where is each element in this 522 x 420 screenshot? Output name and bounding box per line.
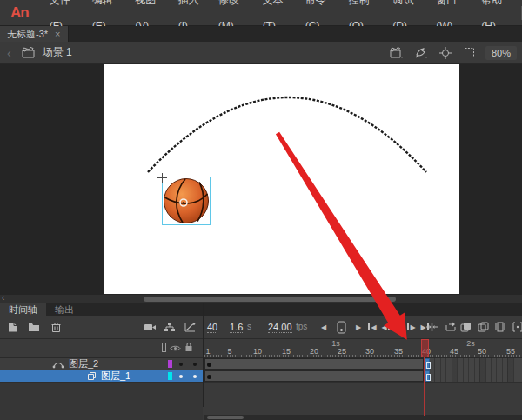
document-tab[interactable]: 无标题-3* ×	[0, 26, 69, 42]
shuttle-forward-button[interactable]: ▶	[353, 319, 364, 335]
loop-playback-button[interactable]	[443, 319, 458, 335]
clip-content-icon[interactable]	[461, 45, 478, 61]
lock-column-icon[interactable]	[184, 342, 193, 355]
scroll-left-icon[interactable]: ‹	[2, 293, 4, 303]
layer-list-empty-area	[0, 383, 203, 420]
motion-guide-layer-icon	[52, 360, 64, 369]
panel-tabbar: 时间轴 输出	[0, 303, 522, 316]
ruler-number: 25	[338, 347, 346, 356]
ruler-number: 50	[478, 347, 486, 356]
keyframe-dot	[207, 375, 211, 379]
modify-markers-button[interactable]	[510, 319, 522, 335]
edit-multiple-frames-button[interactable]	[492, 319, 508, 335]
frame-row-normal[interactable]	[204, 370, 522, 383]
ruler-number: 55	[506, 347, 515, 356]
stage-horizontal-scrollbar[interactable]: ‹	[0, 295, 522, 303]
timeline-ruler-row: 1s 2s 1 5 10 15 20 25 30 35 40 45 50 55	[0, 339, 522, 358]
tab-close-icon[interactable]: ×	[55, 29, 60, 39]
stage-canvas[interactable]	[104, 64, 459, 294]
layer-outline-color[interactable]	[168, 360, 172, 368]
stage-scrollbar-thumb[interactable]	[144, 297, 396, 302]
layer-name[interactable]: 图层_1	[101, 370, 130, 383]
current-frame-field[interactable]: 40	[207, 322, 218, 333]
go-to-first-frame-button[interactable]: ◀	[367, 319, 378, 335]
document-tabbar: 无标题-3* ×	[0, 26, 522, 42]
menubar: An 文件(F) 编辑(E) 视图(V) 插入(I) 修改(M) 文本(T) 命…	[0, 0, 522, 26]
layer-lock-dot[interactable]	[193, 375, 197, 378]
layer-lock-dot[interactable]	[193, 363, 197, 366]
basketball-instance[interactable]	[163, 177, 210, 224]
new-layer-button[interactable]	[4, 319, 20, 335]
layer-visibility-dot[interactable]	[179, 375, 183, 378]
layer-name[interactable]: 图层_2	[69, 357, 98, 370]
center-stage-icon[interactable]	[437, 45, 454, 61]
time-unit-label: s	[247, 322, 251, 332]
elapsed-time-field[interactable]: 1.6	[230, 322, 243, 333]
back-arrow-icon[interactable]: ‹	[0, 46, 20, 60]
transform-point-crosshair	[157, 173, 167, 183]
layer-list: 图层_2 图层_1	[0, 358, 203, 383]
frame-span[interactable]	[204, 370, 424, 382]
timeline-horizontal-scrollbar[interactable]	[204, 415, 522, 420]
frame-rate-field[interactable]: 24.00	[268, 322, 292, 333]
layer-row-guide[interactable]: 图层_2	[0, 358, 203, 370]
visibility-column-icon[interactable]	[170, 343, 181, 355]
shuttle-back-button[interactable]: ◀	[318, 319, 329, 335]
onion-skin-button[interactable]	[458, 319, 473, 335]
ruler-number: 20	[310, 347, 318, 356]
frame-grid[interactable]	[204, 358, 522, 383]
layer-visibility-dot[interactable]	[179, 363, 183, 366]
step-forward-button[interactable]: ▶	[406, 319, 417, 335]
layer-outline-color[interactable]	[168, 372, 172, 380]
new-folder-button[interactable]	[26, 319, 42, 335]
ruler-number: 30	[365, 347, 374, 356]
ruler-number: 1	[205, 347, 210, 356]
app-logo: An	[0, 4, 41, 22]
layer-row-normal[interactable]: 图层_1	[0, 370, 203, 383]
scene-name: 场景 1	[43, 45, 72, 60]
frame-ruler[interactable]: 1s 2s 1 5 10 15 20 25 30 35 40 45 50 55	[204, 339, 522, 358]
ruler-number: 45	[450, 347, 458, 356]
graph-editor-button[interactable]	[182, 319, 197, 335]
animate-window: An 文件(F) 编辑(E) 视图(V) 插入(I) 修改(M) 文本(T) 命…	[0, 0, 522, 420]
tab-timeline[interactable]: 时间轴	[0, 303, 46, 316]
ruler-number: 10	[253, 347, 262, 356]
edit-symbols-icon[interactable]	[412, 45, 430, 61]
playhead-line	[424, 357, 425, 416]
delete-layer-button[interactable]	[48, 319, 64, 335]
play-button[interactable]: ▶	[393, 319, 404, 335]
timeline-controls: 40 1.6 s 24.00 fps ◀ ▶ ◀ ◀ ▶ ▶ ▶	[0, 316, 522, 339]
ruler-number: 15	[282, 347, 291, 356]
stage-zoom-select[interactable]: 80%	[485, 46, 517, 60]
frame-grid-empty-area	[204, 383, 522, 415]
camera-button[interactable]	[142, 319, 157, 335]
playhead-marker[interactable]	[421, 339, 429, 357]
scene-clapper-icon	[20, 45, 37, 61]
pasteboard: ‹	[0, 64, 522, 303]
onion-skin-outlines-button[interactable]	[475, 319, 491, 335]
document-title: 无标题-3*	[7, 28, 48, 41]
step-back-button[interactable]: ◀	[380, 319, 391, 335]
timeline-panel: 时间轴 输出	[0, 303, 522, 420]
edit-scene-icon[interactable]	[388, 45, 405, 61]
layer-parenting-button[interactable]	[162, 319, 177, 335]
ruler-number: 35	[394, 347, 403, 356]
scene-bar: ‹ 场景 1 80%	[0, 42, 522, 64]
timeline-pane-divider[interactable]	[203, 303, 204, 407]
playhead-indicator-icon[interactable]	[333, 319, 349, 335]
frame-span[interactable]	[204, 358, 424, 370]
frame-row-guide[interactable]	[204, 358, 522, 370]
center-frame-button[interactable]	[424, 319, 439, 335]
outline-column-icon[interactable]	[162, 343, 166, 355]
second-marker: 2s	[466, 339, 475, 348]
timeline-scrollbar-thumb[interactable]	[207, 416, 244, 419]
fps-unit-label: fps	[296, 322, 307, 332]
ruler-number: 5	[227, 347, 231, 356]
keyframe-dot	[207, 363, 211, 367]
layer-page-icon	[87, 371, 97, 381]
tab-output[interactable]: 输出	[46, 303, 83, 316]
